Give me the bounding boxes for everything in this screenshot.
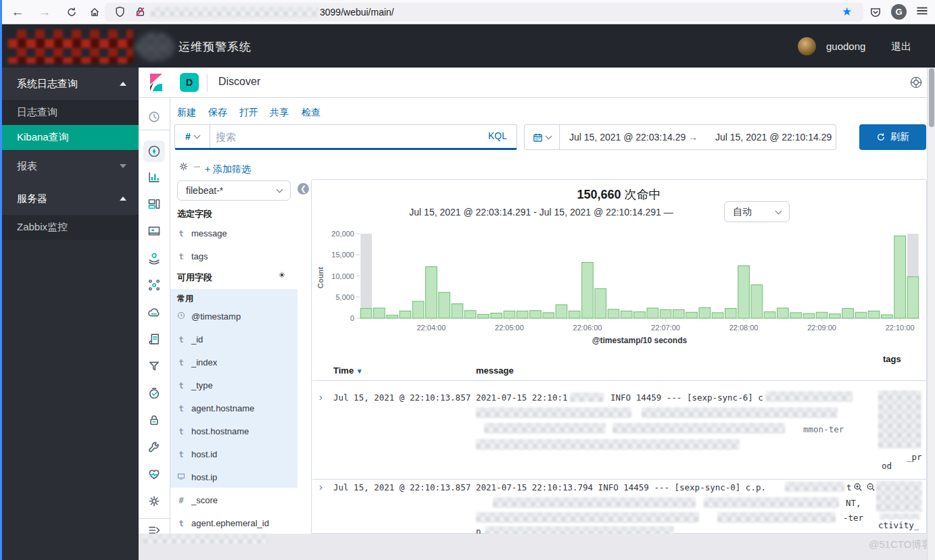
field-item-agent-ephemeral-id[interactable]: t agent.ephemeral_id xyxy=(177,518,269,528)
account-avatar[interactable]: G xyxy=(891,4,907,20)
field-item-tags[interactable]: t tags xyxy=(177,251,208,261)
chevron-up-icon xyxy=(120,82,126,86)
uptime-icon[interactable] xyxy=(147,386,161,400)
back-icon[interactable]: ← xyxy=(8,3,27,22)
query-language-selector[interactable]: # xyxy=(175,125,210,148)
menu-hamburger-icon[interactable] xyxy=(915,4,929,20)
scrollbar-thumb[interactable] xyxy=(929,68,934,127)
field-type-icon: t xyxy=(177,381,185,390)
sidebar-item-zabbix[interactable]: Zabbix监控 xyxy=(0,215,139,240)
row-message-fragment: -ter xyxy=(843,513,863,523)
chevron-down-icon xyxy=(277,186,283,193)
field-type-icon: t xyxy=(177,404,185,413)
index-pattern-select[interactable]: filebeat-* xyxy=(177,180,291,201)
column-header-message[interactable]: message xyxy=(476,365,514,376)
popular-fields-heading: 常用 xyxy=(177,293,193,305)
row-message-text: t xyxy=(846,482,852,492)
censored-text xyxy=(704,497,839,508)
add-filter-button[interactable]: + 添加筛选 xyxy=(205,163,251,176)
discover-icon[interactable] xyxy=(143,141,165,162)
reload-icon[interactable] xyxy=(62,3,81,22)
shield-icon[interactable] xyxy=(114,6,126,20)
fields-settings-gear-icon[interactable] xyxy=(277,270,287,282)
help-icon[interactable] xyxy=(909,76,923,92)
user-avatar[interactable] xyxy=(798,37,816,55)
field-item-index[interactable]: t _index xyxy=(177,357,217,367)
zoom-out-icon[interactable] xyxy=(866,482,876,494)
svg-text:22:07:00: 22:07:00 xyxy=(651,324,680,332)
field-name: _score xyxy=(191,495,218,505)
url-text[interactable]: 3099/webui/main/ xyxy=(320,7,394,18)
apm-icon[interactable] xyxy=(147,359,161,373)
sidebar-item-system-log-query[interactable]: 系统日志查询 xyxy=(0,68,139,100)
siem-lock-icon[interactable] xyxy=(147,413,161,427)
filter-settings-gear-icon[interactable] xyxy=(178,161,189,175)
field-item-host-ip[interactable]: host.ip xyxy=(177,472,217,482)
discover-badge[interactable]: D xyxy=(180,73,199,92)
kibana-logo[interactable] xyxy=(148,73,164,95)
dev-tools-wrench-icon[interactable] xyxy=(147,440,161,454)
field-item-timestamp[interactable]: @timestamp xyxy=(177,311,241,322)
collapse-fields-button[interactable]: ❮ xyxy=(297,183,309,195)
field-item-host-hostname[interactable]: t host.hostname xyxy=(177,426,249,436)
home-icon[interactable] xyxy=(85,3,104,22)
logout-button[interactable]: 退出 xyxy=(891,41,911,53)
field-name: agent.ephemeral_id xyxy=(191,518,269,528)
field-item-id[interactable]: t _id xyxy=(177,334,203,345)
expand-row-icon[interactable]: › xyxy=(319,391,322,403)
refresh-button[interactable]: 刷新 xyxy=(859,124,926,150)
app-header: 运维预警系统 guodong 退出 xyxy=(0,24,935,68)
field-item-message[interactable]: t message xyxy=(177,228,227,238)
time-range-start[interactable]: Jul 15, 2021 @ 22:03:14.29 xyxy=(569,132,686,143)
censored-text xyxy=(717,512,836,523)
interval-select[interactable]: 自动 xyxy=(724,201,790,222)
search-input[interactable] xyxy=(216,126,466,147)
column-header-time[interactable]: Time ▼ xyxy=(333,365,363,376)
field-item-type[interactable]: t _type xyxy=(177,380,213,390)
zoom-in-icon[interactable] xyxy=(853,482,863,494)
machine-learning-icon[interactable] xyxy=(147,278,161,292)
url-bar[interactable]: 3099/webui/main/ ★ xyxy=(105,3,863,22)
scrollbar-track[interactable] xyxy=(927,68,935,560)
metrics-icon[interactable] xyxy=(147,305,161,319)
save-button[interactable]: 保存 xyxy=(208,107,227,119)
new-button[interactable]: 新建 xyxy=(177,107,196,119)
field-name: @timestamp xyxy=(191,311,241,322)
row-message-text: INFO 14459 --- [sexp-sync-6] c xyxy=(610,392,763,403)
field-item-agent-hostname[interactable]: t agent.hostname xyxy=(177,403,254,413)
dashboard-icon[interactable] xyxy=(147,197,161,211)
sidebar-item-kibana-query[interactable]: Kibana查询 xyxy=(0,125,139,150)
field-item-score[interactable]: # _score xyxy=(177,495,218,505)
sidebar-item-log-query[interactable]: 日志查询 xyxy=(0,100,139,125)
kql-toggle[interactable]: KQL xyxy=(488,130,507,141)
row-tag-fragment: od xyxy=(882,461,892,471)
watermark: @51CTO博客 xyxy=(869,538,932,551)
recent-icon[interactable] xyxy=(147,110,161,124)
canvas-icon[interactable] xyxy=(147,224,161,238)
field-name: host.hostname xyxy=(191,426,249,436)
bookmark-star-icon[interactable]: ★ xyxy=(842,5,852,19)
pocket-icon[interactable] xyxy=(869,6,882,21)
sidebar-item-servers[interactable]: 服务器 xyxy=(0,182,139,215)
date-quick-select[interactable] xyxy=(525,125,560,149)
share-button[interactable]: 共享 xyxy=(270,107,289,119)
chevron-up-icon xyxy=(120,197,126,201)
monitoring-heart-icon[interactable] xyxy=(147,467,161,481)
maps-icon[interactable] xyxy=(147,251,161,265)
management-gear-icon[interactable] xyxy=(147,494,161,508)
sidebar-item-label: 服务器 xyxy=(17,193,47,205)
expand-row-icon[interactable]: › xyxy=(319,481,322,492)
insecure-lock-icon[interactable] xyxy=(135,6,146,20)
field-item-host-id[interactable]: t host.id xyxy=(177,449,217,459)
logs-icon[interactable] xyxy=(147,332,161,346)
column-header-tags[interactable]: tags xyxy=(883,354,901,364)
visualize-icon[interactable] xyxy=(147,170,161,184)
kibana-nav-rail xyxy=(139,98,170,534)
field-type-icon: t xyxy=(177,427,185,436)
time-range-end[interactable]: Jul 15, 2021 @ 22:10:14.29 xyxy=(715,132,832,143)
forward-icon[interactable]: → xyxy=(35,3,54,22)
open-button[interactable]: 打开 xyxy=(239,107,258,119)
sidebar-item-reports[interactable]: 报表 xyxy=(0,150,139,182)
histogram-chart[interactable]: 05,00010,00015,00020,00022:04:0022:05:00… xyxy=(314,227,924,352)
inspect-button[interactable]: 检查 xyxy=(302,107,320,119)
